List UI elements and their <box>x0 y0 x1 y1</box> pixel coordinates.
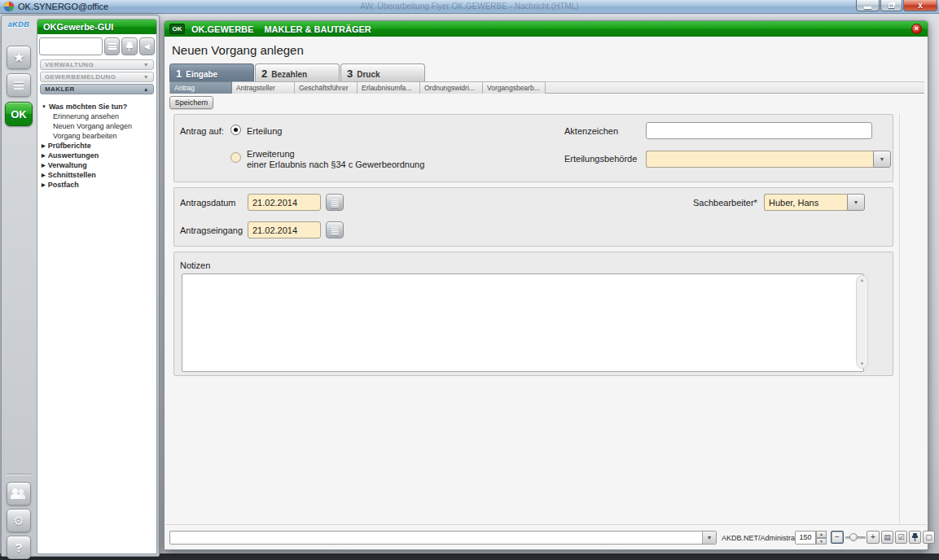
tab-number: 2 <box>261 68 267 79</box>
layout-button[interactable]: ▤ <box>881 531 893 544</box>
zoom-in-button[interactable]: + <box>867 531 880 544</box>
aktenzeichen-input[interactable] <box>646 122 872 139</box>
rail-divider <box>7 474 31 475</box>
close-dialog-button[interactable]: × <box>911 24 922 34</box>
radio-erweiterung-label[interactable]: Erweiterung <box>247 149 295 159</box>
pin-icon <box>126 42 133 51</box>
tab-number: 3 <box>347 68 353 79</box>
background-window-title: AW: Überarbeitung Flyer OK.GEWERBE - Nac… <box>0 2 939 11</box>
list-view-icon: ▤ <box>884 533 891 541</box>
restore-icon <box>889 3 894 8</box>
minimize-icon <box>864 7 871 9</box>
sachbearbeiter-value: Huber, Hans <box>764 194 847 211</box>
pin-button[interactable] <box>121 37 137 55</box>
step-down-icon[interactable]: ▼ <box>816 538 827 545</box>
subtab-antragsteller[interactable]: Antragsteller <box>232 81 295 94</box>
users-button[interactable] <box>7 482 31 505</box>
status-combobox[interactable]: ▼ <box>169 531 717 545</box>
tree-item-vorgang-bearbeiten[interactable]: Vorgang bearbeiten <box>42 132 156 141</box>
chevron-down-icon: ▼ <box>143 74 149 80</box>
tab-eingabe[interactable]: 1 Eingabe <box>169 63 254 81</box>
help-button[interactable]: ? <box>7 536 31 559</box>
zoom-slider-thumb[interactable] <box>849 533 858 541</box>
validate-button[interactable]: ☑ <box>895 531 907 544</box>
calendar-icon: ▦ <box>330 225 339 236</box>
tree-node-postfach[interactable]: Postfach <box>42 181 156 190</box>
favorites-button[interactable]: ★ <box>7 46 31 69</box>
pin-view-button[interactable] <box>909 531 921 544</box>
antragsdatum-calendar-button[interactable]: ▦ <box>326 194 344 211</box>
minimize-button[interactable] <box>856 0 880 11</box>
sidebar-toolbar: ◀ <box>37 34 156 58</box>
accordion-label: VERWALTUNG <box>45 61 94 68</box>
scroll-up-icon[interactable]: ▲ <box>857 278 867 282</box>
erteilungsbehoerde-label: Erteilungsbehörde <box>564 154 637 164</box>
chevron-left-icon: ◀ <box>144 42 150 50</box>
chevron-down-icon[interactable]: ▼ <box>873 151 891 168</box>
tab-druck[interactable]: 3 Druck <box>340 63 425 81</box>
radio-erweiterung[interactable] <box>230 152 241 163</box>
subtab-geschaeftsfuehrer[interactable]: Geschäftsführer <box>295 81 358 94</box>
window-controls: x <box>855 0 937 11</box>
tab-label: Bezahlen <box>271 70 307 79</box>
pin-icon <box>912 533 918 541</box>
accordion-label: GEWERBEMELDUNG <box>45 73 116 81</box>
calendar-icon: ▦ <box>330 197 339 208</box>
tree-node-auswertungen[interactable]: Auswertungen <box>42 151 156 160</box>
ok-module-button[interactable]: OK <box>5 102 33 126</box>
app-name: OK.GEWERBE <box>191 24 253 34</box>
tree-item-neuen-vorgang-anlegen[interactable]: Neuen Vorgang anlegen <box>42 122 156 131</box>
antragsdatum-input[interactable] <box>248 194 321 211</box>
ok-badge: OK <box>169 24 185 34</box>
list-icon <box>108 43 116 45</box>
settings-button[interactable]: ⚙ <box>7 509 31 532</box>
subtab-ordnungswidrigkeiten[interactable]: Ordnungswidri... <box>420 81 483 94</box>
accordion-gewerbemeldung[interactable]: GEWERBEMELDUNG ▼ <box>40 72 154 82</box>
antragseingang-input[interactable] <box>248 221 321 238</box>
zoom-value[interactable]: 150 <box>795 531 816 545</box>
zoom-out-button[interactable]: − <box>831 531 844 544</box>
menu-button[interactable] <box>7 73 31 97</box>
subtab-erlaubnisumfang[interactable]: Erlaubnisumfa... <box>358 81 420 94</box>
accordion-label: MAKLER <box>45 85 75 93</box>
accordion-makler[interactable]: MAKLER ▲ <box>40 84 154 94</box>
subtab-filler <box>546 81 924 93</box>
save-button[interactable]: Speichern <box>169 96 213 109</box>
scroll-down-icon[interactable]: ▼ <box>857 361 867 366</box>
step-up-icon[interactable]: ▲ <box>816 531 827 538</box>
subtab-vorgangsbearbeitung[interactable]: Vorgangsbearb... <box>483 81 546 94</box>
sachbearbeiter-label: Sachbearbeiter* <box>693 198 757 208</box>
collapse-button[interactable]: ◀ <box>139 37 155 55</box>
accordion-verwaltung[interactable]: VERWALTUNG ▼ <box>40 59 154 70</box>
chevron-down-icon[interactable]: ▼ <box>847 194 865 211</box>
tab-label: Druck <box>357 70 380 79</box>
tree-node-pruefberichte[interactable]: Prüfberichte <box>42 142 156 151</box>
sub-tabs: Antrag Antragsteller Geschäftsführer Erl… <box>169 81 924 94</box>
erteilungsbehoerde-select[interactable]: ▼ <box>646 151 891 168</box>
chevron-down-icon: ▼ <box>143 62 149 68</box>
tab-bezahlen[interactable]: 2 Bezahlen <box>255 63 340 81</box>
tree-group-was-moechten-sie-tun[interactable]: Was möchten Sie tun? <box>42 103 156 112</box>
notizen-textarea[interactable] <box>182 273 864 372</box>
gear-icon: ⚙ <box>13 514 24 528</box>
list-view-button[interactable] <box>104 37 120 55</box>
close-window-button[interactable]: x <box>903 0 937 11</box>
tree-item-erinnerung-ansehen[interactable]: Erinnerung ansehen <box>42 112 156 121</box>
radio-erteilung[interactable] <box>230 125 241 135</box>
antragseingang-calendar-button[interactable]: ▦ <box>326 221 344 238</box>
antrag-panel: Antrag auf: Erteilung Erweiterung einer … <box>173 114 893 182</box>
tree-node-verwaltung[interactable]: Verwaltung <box>42 161 156 170</box>
help-icon: ? <box>15 540 22 554</box>
antrag-auf-label: Antrag auf: <box>180 126 224 136</box>
chevron-down-icon[interactable]: ▼ <box>702 532 716 544</box>
window-view-button[interactable]: ▢ <box>923 531 935 544</box>
tree-node-schnittstellen[interactable]: Schnittstellen <box>42 171 156 180</box>
sachbearbeiter-select[interactable]: Huber, Hans ▼ <box>764 194 865 211</box>
statusbar: ▼ AKDB.NET/Administrator 150 ▲ ▼ − + ▤ ☑… <box>165 529 928 547</box>
restore-button[interactable] <box>880 0 902 11</box>
subtab-antrag[interactable]: Antrag <box>169 81 232 94</box>
notizen-scrollbar[interactable]: ▲ ▼ <box>856 275 868 369</box>
radio-erteilung-label[interactable]: Erteilung <box>247 126 282 136</box>
search-input[interactable] <box>39 37 103 55</box>
statusbar-divider <box>165 524 927 525</box>
